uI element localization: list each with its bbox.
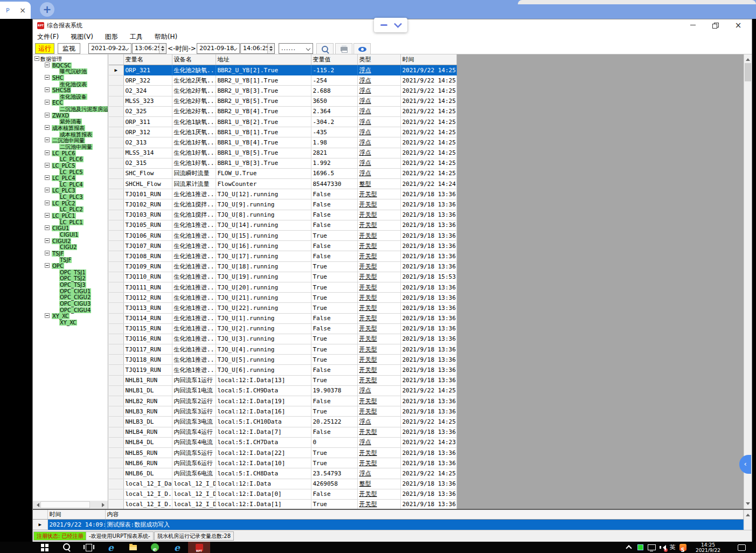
cell[interactable]: 开关型 [357, 220, 400, 230]
cell[interactable]: 2021/9/18 13:36:35 [400, 427, 456, 437]
cell[interactable]: TJQ_U[17].running [216, 251, 311, 261]
cell[interactable]: 2021/9/22 14:25:15 [400, 106, 456, 116]
cell[interactable]: TJQ_U[20].running [216, 282, 311, 292]
tree-node[interactable]: LC_PLC4 [33, 175, 108, 182]
cell[interactable]: 整型 [357, 479, 400, 489]
column-header[interactable]: 地址 [216, 54, 311, 65]
collapse-toggle-icon[interactable] [45, 225, 50, 230]
cell[interactable]: local:12:I.Data[1] [216, 499, 311, 509]
cell[interactable]: True [311, 375, 357, 385]
cell[interactable]: True [311, 406, 357, 417]
log-vertical-scrollbar[interactable] [744, 510, 752, 530]
table-row[interactable]: local_12_I_D...local_12_I_D...local:12:I… [109, 489, 456, 499]
cell[interactable]: local:12:I.Data[13] [216, 375, 311, 385]
cell[interactable]: TJQ103_RUN [123, 210, 172, 220]
cell[interactable]: BBR2_U_YB[5].True [216, 96, 311, 106]
collapse-toggle-icon[interactable] [45, 75, 50, 80]
table-row[interactable]: NHLB6_DL内回流泵6电流local:5:I.CH8Data23.54793… [109, 468, 456, 479]
cell[interactable]: local:12:I.Data[0] [216, 489, 311, 499]
cell[interactable]: 内回流泵2运行 [172, 396, 216, 406]
cell[interactable]: BBR1_U_YB[2].True [216, 116, 311, 127]
sogou-button[interactable] [678, 542, 688, 553]
table-row[interactable]: NHLB4_DL内回流泵4电流local:5:I.CH7Data0浮点2021/… [109, 437, 456, 447]
input-language-button[interactable]: 英 [668, 542, 677, 553]
tree-node[interactable]: CIGU1 [33, 225, 108, 232]
spin-down-icon[interactable] [161, 49, 164, 53]
cell[interactable]: O2_325 [123, 106, 172, 116]
tree-node[interactable]: CIGU2 [33, 244, 108, 251]
tree-node[interactable]: LC_PLC2 [33, 206, 108, 213]
tree-node[interactable]: LC_PLC1 [33, 213, 108, 219]
tree-node[interactable]: LC_PLC4 [33, 182, 108, 188]
collapse-toggle-icon[interactable] [45, 175, 50, 180]
cell[interactable]: 开关型 [357, 489, 400, 499]
row-header[interactable] [109, 241, 123, 251]
chevron-down-icon[interactable] [394, 20, 403, 29]
cell[interactable]: SHCHL_Flow [123, 179, 172, 189]
cell[interactable]: ORP_321 [123, 65, 172, 75]
cell[interactable]: local_12_I_D... [123, 489, 172, 499]
start-time-spinner[interactable]: 13:06:25 [132, 43, 167, 54]
row-header[interactable] [109, 447, 123, 458]
tree-node[interactable]: 成本核算报表 [33, 125, 108, 132]
cell[interactable]: BBR1_U_YB[3].True [216, 158, 311, 168]
cell[interactable]: 生化池1缺氧... [172, 116, 216, 127]
row-header[interactable] [109, 75, 123, 86]
tree-node[interactable]: TSJF [33, 251, 108, 257]
cell[interactable]: 浮点 [357, 158, 400, 168]
cell[interactable]: 2021/9/22 14:25:15 [400, 137, 456, 148]
tree-node[interactable]: BQCSC [33, 63, 108, 69]
cell[interactable]: TJQ101_RUN [123, 189, 172, 199]
row-header[interactable] [109, 334, 123, 344]
column-header[interactable]: 设备名 [172, 54, 216, 65]
table-row[interactable]: TJQ118_RUN生化池1推进...TJQ_U[5].runningTrue开… [109, 355, 456, 365]
row-header[interactable] [109, 437, 123, 447]
cell[interactable]: local_12_I_D... [123, 499, 172, 509]
row-header[interactable] [109, 313, 123, 323]
cell[interactable]: 生化池2厌氧... [172, 75, 216, 86]
cell[interactable]: NHLB1_DL [123, 385, 172, 396]
collapse-toggle-icon[interactable] [45, 213, 50, 218]
menu-item[interactable]: 工具 [130, 32, 143, 42]
clock[interactable]: 14:25 2021/9/22 [691, 542, 725, 553]
cell[interactable]: local:12:I.Data [216, 479, 311, 489]
cell[interactable]: TJQ110_RUN [123, 272, 172, 282]
table-row[interactable]: NHLB3_DL内回流泵3电流local:5:I.CH10Data20.2512… [109, 417, 456, 427]
cell[interactable]: 开关型 [357, 241, 400, 251]
cell[interactable]: 2021/9/18 13:36:35 [400, 355, 456, 365]
tree-node[interactable]: LC_PLC6 [33, 150, 108, 157]
cell[interactable]: local:12:I.Data[16] [216, 406, 311, 417]
menu-item[interactable]: 视图(V) [71, 32, 93, 42]
tree-node[interactable]: OPC_CIGU4 [33, 307, 108, 314]
cell[interactable]: 2021/9/18 13:36:35 [400, 499, 456, 509]
cell[interactable]: TJQ_U[1].running [216, 313, 311, 323]
cell[interactable]: 生化池1厌氧... [172, 127, 216, 137]
row-header[interactable] [109, 323, 123, 334]
row-header[interactable] [109, 137, 123, 148]
ie-taskbar-button[interactable] [100, 542, 122, 553]
cell[interactable]: local:12:I.Data[7] [216, 427, 311, 437]
cell[interactable]: False [311, 323, 357, 334]
cell[interactable]: local:12:I.Data[22] [216, 447, 311, 458]
cell[interactable]: ORP_311 [123, 116, 172, 127]
cell[interactable]: local:12:I.Data[10] [216, 458, 311, 468]
tree-node[interactable]: OPC_CIGU2 [33, 294, 108, 301]
row-header[interactable] [109, 96, 123, 106]
table-row[interactable]: TJQ113_RUN生化池1推进...TJQ_U[22].runningTrue… [109, 303, 456, 313]
tree-node[interactable]: 二沉池及污泥泵房运 [33, 106, 108, 113]
cell[interactable]: False [311, 489, 357, 499]
cell[interactable]: 2021/9/18 13:36:35 [400, 303, 456, 313]
cell[interactable]: O2_313 [123, 137, 172, 148]
cell[interactable]: TJQ_U[19].running [216, 272, 311, 282]
cell[interactable]: 开关型 [357, 231, 400, 241]
cell[interactable]: TJQ113_RUN [123, 303, 172, 313]
cell[interactable]: 3650 [311, 96, 357, 106]
collapse-toggle-icon[interactable] [45, 238, 50, 243]
cell[interactable]: 2021/9/22 14:24:59 [400, 179, 456, 189]
cell[interactable]: MLSS_314 [123, 148, 172, 158]
cell[interactable]: 2021/9/18 13:36:35 [400, 323, 456, 334]
log-row[interactable]: ▶ 2021/9/22 14:09:20 测试报表:数据成功写入 [33, 520, 743, 530]
cell[interactable]: 开关型 [357, 447, 400, 458]
row-header[interactable] [109, 127, 123, 137]
cell[interactable]: TJQ_U[2].running [216, 323, 311, 334]
